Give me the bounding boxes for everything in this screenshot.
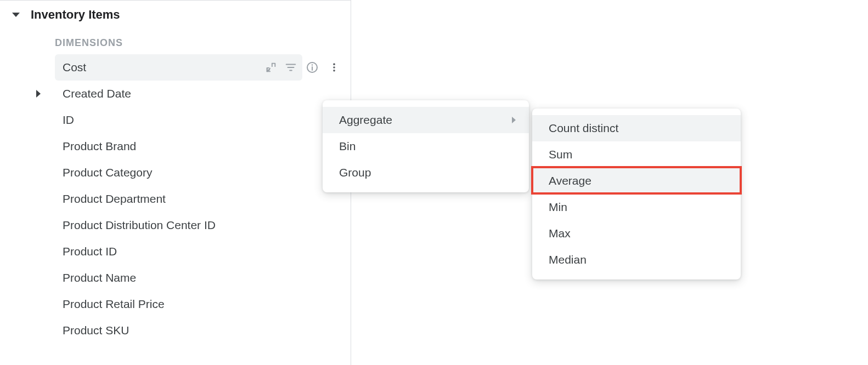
dimension-row-product-sku[interactable]: Product SKU xyxy=(0,317,351,344)
dimension-label: Product ID xyxy=(63,245,117,258)
svg-point-7 xyxy=(333,66,335,69)
menu-item-label: Median xyxy=(549,253,587,266)
menu-item-label: Average xyxy=(549,174,591,187)
dimension-row-product-name[interactable]: Product Name xyxy=(0,265,351,291)
svg-point-8 xyxy=(333,70,335,72)
pivot-icon[interactable] xyxy=(265,61,277,73)
info-icon[interactable] xyxy=(306,61,319,74)
menu-item-label: Group xyxy=(339,166,371,179)
dimension-label: Product SKU xyxy=(63,324,129,337)
submenu-item-median[interactable]: Median xyxy=(532,247,741,273)
dimension-label: Product Department xyxy=(63,192,166,206)
menu-item-aggregate[interactable]: Aggregate xyxy=(323,107,529,133)
dimension-row-product-dist-center-id[interactable]: Product Distribution Center ID xyxy=(0,212,351,238)
menu-item-label: Sum xyxy=(549,148,572,161)
menu-item-label: Max xyxy=(549,227,571,240)
dimension-row-product-retail-price[interactable]: Product Retail Price xyxy=(0,291,351,317)
svg-point-5 xyxy=(312,64,313,65)
submenu-item-average[interactable]: Average xyxy=(532,168,741,194)
dimension-label: Product Retail Price xyxy=(63,298,165,311)
divider xyxy=(0,0,351,1)
menu-item-label: Count distinct xyxy=(549,122,618,135)
field-context-menu: Aggregate Bin Group xyxy=(323,100,529,192)
view-group-header[interactable]: Inventory Items xyxy=(0,0,351,27)
svg-point-6 xyxy=(333,63,335,65)
filter-icon[interactable] xyxy=(285,61,297,73)
dimension-label: Cost xyxy=(63,61,86,74)
expand-caret-icon xyxy=(36,90,41,98)
submenu-item-count-distinct[interactable]: Count distinct xyxy=(532,115,741,141)
menu-item-label: Bin xyxy=(339,140,356,153)
dimension-row-product-department[interactable]: Product Department xyxy=(0,186,351,212)
field-picker-sidebar: Inventory Items DIMENSIONS Cost xyxy=(0,0,351,365)
submenu-arrow-icon xyxy=(512,117,516,123)
dimension-row-id[interactable]: ID xyxy=(0,107,351,133)
more-options-icon[interactable] xyxy=(329,61,340,74)
dimension-pill[interactable]: Cost xyxy=(55,54,302,81)
dimension-label: Product Brand xyxy=(63,140,136,153)
menu-item-label: Aggregate xyxy=(339,113,392,127)
dimension-label: Product Distribution Center ID xyxy=(63,219,216,232)
dimensions-section-label: DIMENSIONS xyxy=(0,27,351,54)
expand-slot[interactable] xyxy=(0,90,55,98)
dimension-label: Product Category xyxy=(63,166,152,179)
submenu-item-sum[interactable]: Sum xyxy=(532,141,741,168)
dimension-label: Product Name xyxy=(63,271,136,284)
menu-item-bin[interactable]: Bin xyxy=(323,133,529,159)
dimension-row-created-date[interactable]: Created Date xyxy=(0,81,351,107)
menu-item-label: Min xyxy=(549,201,567,214)
dimension-row-cost[interactable]: Cost xyxy=(0,54,351,81)
aggregate-submenu: Count distinct Sum Average Min Max Media… xyxy=(532,109,741,280)
dimension-row-product-category[interactable]: Product Category xyxy=(0,159,351,186)
submenu-item-max[interactable]: Max xyxy=(532,220,741,247)
dimension-label: ID xyxy=(63,113,74,127)
dimension-row-product-brand[interactable]: Product Brand xyxy=(0,133,351,159)
collapse-caret-icon xyxy=(12,13,20,17)
submenu-item-min[interactable]: Min xyxy=(532,194,741,220)
menu-item-group[interactable]: Group xyxy=(323,159,529,186)
view-group-title: Inventory Items xyxy=(31,8,120,22)
dimension-row-product-id[interactable]: Product ID xyxy=(0,238,351,265)
dimension-label: Created Date xyxy=(63,87,131,100)
